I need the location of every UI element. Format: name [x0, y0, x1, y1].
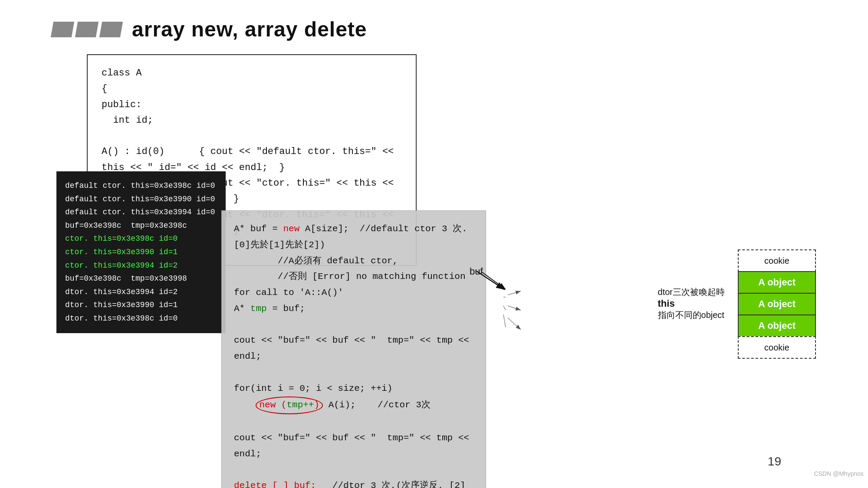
code-box-overlay: A* buf = new A[size]; //default ctor 3 次…	[221, 210, 486, 488]
main-content: class A { public: int id; A() : id(0) { …	[0, 54, 868, 481]
mem-cell-a-object-3: A object	[738, 314, 816, 337]
dtor-annotation: dtor三次被喚起時 this 指向不同的object	[658, 286, 725, 321]
mem-cell-a-object-1: A object	[738, 271, 816, 294]
terminal-line-3: default ctor. this=0x3e3994 id=0	[65, 206, 217, 219]
code-line-2: {	[102, 81, 402, 97]
var-tmp-inc: tmp++	[286, 400, 314, 410]
terminal-line-2: default ctor. this=0x3e3990 id=0	[65, 193, 217, 206]
dtor-arrow-3	[503, 314, 506, 328]
overlay-line-7	[234, 365, 473, 381]
terminal-line-6: ctor. this=0x3e3990 id=1	[65, 246, 217, 259]
overlay-line-12	[234, 462, 473, 478]
dtor-to-obj3	[508, 318, 521, 330]
keyword-delete: delete [ ] buf;	[234, 481, 316, 488]
overlay-line-6: cout << "buf=" << buf << " tmp=" << tmp …	[234, 333, 473, 365]
dtor-line-3: 指向不同的object	[658, 309, 725, 321]
keyword-new: new	[283, 224, 299, 234]
terminal-line-8: buf=0x3e398c tmp=0x3e3998	[65, 272, 217, 285]
dtor-to-obj2	[508, 306, 521, 310]
terminal-box: default ctor. this=0x3e398c id=0 default…	[56, 171, 226, 333]
overlay-line-4: A* tmp = buf;	[234, 301, 473, 317]
terminal-line-1: default ctor. this=0x3e398c id=0	[65, 179, 217, 193]
var-tmp: tmp	[250, 304, 267, 314]
overlay-line-5	[234, 317, 473, 333]
terminal-line-9: dtor. this=0x3e3994 id=2	[65, 285, 217, 299]
dtor-line-1: dtor三次被喚起時	[658, 286, 725, 298]
dtor-line-2: this	[658, 298, 725, 309]
terminal-line-4: buf=0x3e398c tmp=0x3e398c	[65, 219, 217, 233]
icon-block-2	[75, 22, 99, 37]
page-number: 19	[768, 455, 781, 468]
page-title: array new, array delete	[132, 17, 367, 41]
dtor-to-obj1	[508, 291, 521, 295]
mem-cell-a-object-2: A object	[738, 293, 816, 315]
watermark: CSDN @Mhypnos	[814, 470, 864, 477]
overlay-line-13: delete [ ] buf; //dtor 3 次,(次序逆反, [2]先於[…	[234, 478, 473, 488]
terminal-line-10: dtor. this=0x3e3990 id=1	[65, 298, 217, 312]
mem-cell-cookie-top: cookie	[738, 249, 816, 272]
dtor-arrow-2	[503, 306, 506, 310]
code-line-1: class A	[102, 66, 402, 81]
overlay-line-1: A* buf = new A[size]; //default ctor 3 次…	[234, 221, 473, 253]
overlay-line-8: for(int i = 0; i < size; ++i)	[234, 381, 473, 397]
header: array new, array delete	[0, 0, 868, 54]
overlay-line-11: cout << "buf=" << buf << " tmp=" << tmp …	[234, 430, 473, 462]
terminal-line-7: ctor. this=0x3e3994 id=2	[65, 259, 217, 272]
new-placement-oval: new (tmp++)	[256, 396, 323, 414]
code-line-5	[102, 128, 402, 144]
icon-block-3	[99, 22, 123, 37]
code-line-3: public:	[102, 97, 402, 113]
header-icons	[52, 22, 122, 37]
memory-diagram: cookie A object A object A object cookie	[738, 249, 816, 358]
code-line-4: int id;	[102, 113, 402, 128]
overlay-line-10	[234, 414, 473, 430]
overlay-line-3: //否則 [Error] no matching function for ca…	[234, 269, 473, 301]
overlay-line-2: //A必須有 default ctor,	[234, 253, 473, 269]
terminal-line-11: dtor. this=0x3e398c id=0	[65, 312, 217, 325]
terminal-line-5: ctor. this=0x3e398c id=0	[65, 232, 217, 246]
mem-cell-cookie-bottom: cookie	[738, 336, 816, 359]
icon-block-1	[51, 22, 74, 37]
overlay-line-9: new (tmp++) A(i); //ctor 3次	[234, 396, 473, 414]
